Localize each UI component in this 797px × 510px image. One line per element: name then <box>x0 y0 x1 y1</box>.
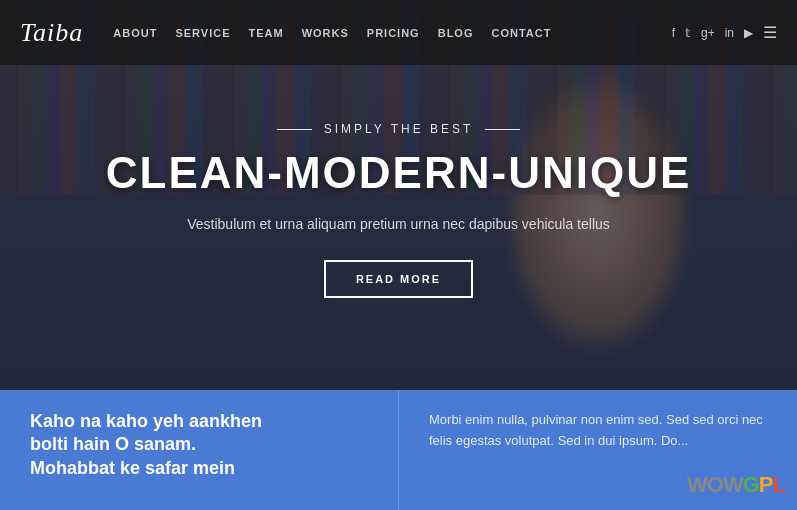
watermark: WOWGPL <box>687 472 785 498</box>
watermark-g: G <box>743 472 759 497</box>
hero-title: CLEAN-MODERN-UNIQUE <box>106 148 692 198</box>
hero-description: Vestibulum et urna aliquam pretium urna … <box>187 216 610 232</box>
nav-item-team[interactable]: TEAM <box>249 27 284 39</box>
bottom-right-text: Morbi enim nulla, pulvinar non enim sed.… <box>429 410 767 452</box>
linkedin-icon[interactable]: in <box>725 26 734 40</box>
subtitle-line-right <box>485 129 520 130</box>
nav-item-service[interactable]: SERVICE <box>175 27 230 39</box>
facebook-icon[interactable]: f <box>672 26 675 40</box>
nav-item-works[interactable]: WORKS <box>302 27 349 39</box>
site-header: Taiba ABOUT SERVICE TEAM WORKS PRICING B… <box>0 0 797 65</box>
read-more-button[interactable]: READ MORE <box>324 260 473 298</box>
bottom-left-panel: Kaho na kaho yeh aankhenbolti hain O san… <box>0 390 399 510</box>
hamburger-menu-icon[interactable]: ☰ <box>763 23 777 42</box>
bottom-left-heading: Kaho na kaho yeh aankhenbolti hain O san… <box>30 410 368 480</box>
googleplus-icon[interactable]: g+ <box>701 26 715 40</box>
nav-item-pricing[interactable]: PRICING <box>367 27 420 39</box>
bottom-section: Kaho na kaho yeh aankhenbolti hain O san… <box>0 390 797 510</box>
twitter-icon[interactable]: 𝕥 <box>685 26 691 40</box>
subtitle-line-left <box>277 129 312 130</box>
hero-section: Taiba ABOUT SERVICE TEAM WORKS PRICING B… <box>0 0 797 390</box>
main-nav: ABOUT SERVICE TEAM WORKS PRICING BLOG CO… <box>113 27 671 39</box>
nav-item-blog[interactable]: BLOG <box>438 27 474 39</box>
watermark-l: L <box>773 472 785 497</box>
youtube-icon[interactable]: ▶ <box>744 26 753 40</box>
nav-item-about[interactable]: ABOUT <box>113 27 157 39</box>
nav-item-contact[interactable]: CONTACT <box>491 27 551 39</box>
hero-subtitle: SIMPLY THE BEST <box>277 122 521 136</box>
social-links: f 𝕥 g+ in ▶ <box>672 26 753 40</box>
site-logo[interactable]: Taiba <box>20 18 83 48</box>
hero-subtitle-text: SIMPLY THE BEST <box>324 122 474 136</box>
watermark-p: P <box>759 472 773 497</box>
watermark-wow: WOW <box>687 472 743 497</box>
